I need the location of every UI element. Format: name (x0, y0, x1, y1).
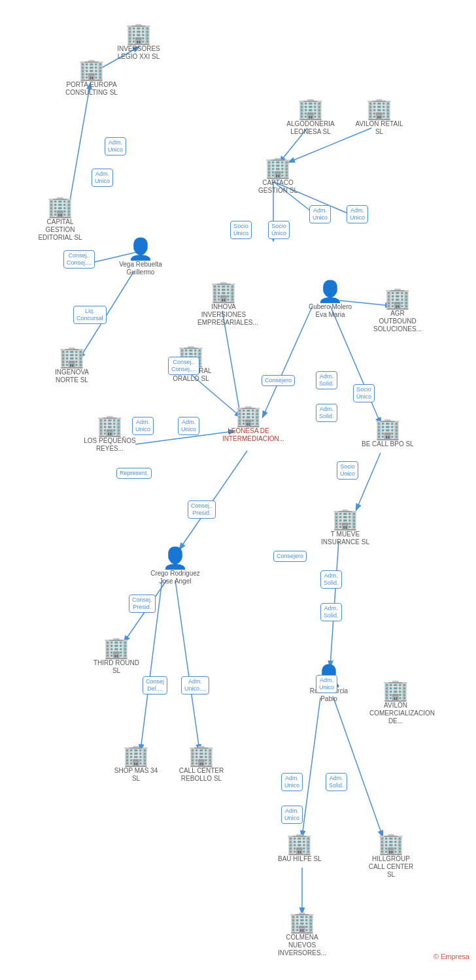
node-label: SHOP MAS 34 SL (110, 767, 162, 783)
svg-line-16 (180, 451, 247, 549)
node-los-pequenos: 🏢 LOS PEQUEÑOS REYES... (84, 415, 136, 453)
node-hillgroup: 🏢 HILLGROUP CALL CENTER SL (365, 833, 417, 879)
node-label: CAPTACO GESTION SL (252, 179, 304, 195)
badge-adm-solid-4: Adm.Solid. (320, 603, 342, 621)
building-icon: 🏢 (298, 98, 324, 119)
node-label: Crego Rodriguez Jose Angel (149, 570, 201, 585)
person-icon: 👤 (317, 281, 343, 302)
svg-line-20 (175, 580, 199, 750)
building-icon: 🏢 (382, 679, 409, 700)
node-vega: 👤 Vega Rebuelta Guillermo (114, 238, 167, 276)
person-icon: 👤 (162, 547, 188, 568)
badge-adm-unico-4: Adm.Unico (347, 205, 368, 223)
node-label: PORTA EUROPA CONSULTING SL (65, 81, 118, 97)
node-colmena: 🏢 COLMENA NUEVOS INVERSORES... (276, 911, 328, 957)
node-label: BE CALL BPO SL (362, 440, 414, 448)
node-call-center: 🏢 CALL CENTER REBOLLO SL (175, 745, 228, 783)
node-label: AGR OUTBOUND SOLUCIONES... (371, 310, 424, 333)
badge-consej-presid-2: Consej.Presid. (129, 595, 156, 613)
badge-socio-unico-3: SocioÚnico (353, 384, 375, 402)
node-captaco: 🏢 CAPTACO GESTION SL (252, 157, 304, 195)
badge-adm-unico-6: Adm.Unico (178, 417, 199, 435)
node-label: T MUEVE INSURANCE SL (319, 531, 371, 546)
building-icon: 🏢 (286, 833, 313, 854)
badge-adm-unico-5: Adm.Unico (132, 417, 154, 435)
badge-adm-solid-2: Adm.Solid. (316, 404, 337, 422)
node-label: CALL CENTER REBOLLO SL (175, 767, 228, 783)
svg-line-14 (263, 306, 313, 417)
node-label: AVILON RETAIL SL (353, 120, 405, 136)
building-icon: 🏢 (378, 833, 404, 854)
badge-consej-presid-1: Consej..Presid. (188, 500, 216, 519)
node-label: BAU HILFE SL (278, 855, 322, 863)
badge-socio-unico-2: SocioÚnico (268, 221, 290, 239)
node-inhova: 🏢 INHOVA INVERSIONES EMPRESARIALES... (197, 281, 250, 327)
building-icon: 🏢 (211, 281, 237, 302)
node-shop-mas: 🏢 SHOP MAS 34 SL (110, 745, 162, 783)
building-icon-red: 🏢 (235, 405, 262, 426)
node-agr: 🏢 AGR OUTBOUND SOLUCIONES... (371, 287, 424, 333)
building-icon: 🏢 (384, 287, 411, 308)
node-label: INHOVA INVERSIONES EMPRESARIALES... (197, 303, 250, 327)
node-t-mueve: 🏢 T MUEVE INSURANCE SL (319, 508, 371, 546)
node-ingenova: 🏢 INGENOVA NORTE SL (46, 346, 98, 384)
node-label: Vega Rebuelta Guillermo (114, 261, 167, 276)
connection-lines (0, 0, 476, 967)
node-label: INVERSORES LEGIO XXI SL (112, 45, 165, 61)
node-label: LOS PEQUEÑOS REYES... (84, 437, 136, 453)
node-algodoneria: 🏢 ALGODONERIA LEONESA SL (284, 98, 337, 136)
badge-liq: Liq.Concursal (73, 306, 107, 324)
node-crego: 👤 Crego Rodriguez Jose Angel (149, 547, 201, 585)
node-capital-gestion: 🏢 CAPITAL GESTION EDITORIAL SL (34, 196, 86, 242)
node-label: INGENOVA NORTE SL (46, 368, 98, 384)
building-icon: 🏢 (188, 745, 214, 766)
node-label: LEONESA DE INTERMEDIACION... (222, 427, 275, 443)
badge-adm-unico-2: Adm.Unico (92, 169, 113, 187)
node-cubero: 👤 Cubero Molero Eva Maria (304, 281, 356, 319)
badge-adm-solid-1: Adm.Solid. (316, 371, 337, 389)
node-avilon-retail: 🏢 AVILON RETAIL SL (353, 98, 405, 136)
node-label: CAPITAL GESTION EDITORIAL SL (34, 218, 86, 242)
node-be-call: 🏢 BE CALL BPO SL (362, 418, 414, 448)
svg-line-9 (222, 311, 241, 417)
badge-adm-unico-1: Adm.Unico (105, 137, 126, 155)
svg-line-21 (302, 698, 320, 836)
badge-adm-unico-del: Adm.Unico.... (181, 676, 209, 694)
building-icon: 🏢 (59, 346, 85, 367)
building-icon: 🏢 (375, 418, 401, 439)
building-icon: 🏢 (332, 508, 358, 529)
badge-socio-unico-4: SocioÚnico (337, 461, 358, 480)
network-graph: 🏢 INVERSORES LEGIO XXI SL 🏢 PORTA EUROPA… (0, 0, 476, 967)
building-icon: 🏢 (47, 196, 73, 217)
svg-line-15 (356, 453, 381, 510)
building-icon: 🏢 (265, 157, 291, 178)
node-third-round: 🏢 THIRD ROUND SL (90, 637, 143, 675)
badge-represent: Represent. (116, 468, 152, 479)
badge-consej-2: Consej..Consej.... (168, 357, 199, 375)
badge-adm-solid-5: Adm.Solid. (326, 773, 347, 791)
node-label: HILLGROUP CALL CENTER SL (365, 855, 417, 879)
copyright: © Empresa (434, 953, 469, 960)
badge-consej-1: Consej..Consej.... (63, 250, 95, 269)
node-porta-europa: 🏢 PORTA EUROPA CONSULTING SL (65, 59, 118, 97)
badge-consejero-1: Consejero (262, 375, 295, 386)
node-leonesa: 🏢 LEONESA DE INTERMEDIACION... (222, 405, 275, 443)
building-icon: 🏢 (78, 59, 105, 80)
building-icon: 🏢 (103, 637, 129, 658)
building-icon: 🏢 (123, 745, 149, 766)
person-icon: 👤 (128, 238, 154, 259)
badge-consejero-2: Consejero (273, 551, 307, 562)
badge-socio-unico-1: SocioÚnico (230, 221, 252, 239)
node-label: ALGODONERIA LEONESA SL (284, 120, 337, 136)
node-label: Cubero Molero Eva Maria (304, 303, 356, 319)
node-label: THIRD ROUND SL (90, 659, 143, 675)
badge-adm-unico-3: Adm.Unico (309, 205, 331, 223)
node-label: AVILON COMERCIALIZACION DE... (369, 702, 422, 725)
building-icon: 🏢 (126, 23, 152, 44)
node-avilon-com: 🏢 AVILON COMERCIALIZACION DE... (369, 679, 422, 725)
node-label: COLMENA NUEVOS INVERSORES... (276, 934, 328, 957)
badge-consej-del: ConsejDel.... (143, 676, 167, 694)
badge-adm-unico-7: Adm.Unico (316, 675, 337, 693)
node-bau-hilfe: 🏢 BAU HILFE SL (278, 833, 322, 863)
badge-adm-solid-3: Adm.Solid. (320, 570, 342, 589)
